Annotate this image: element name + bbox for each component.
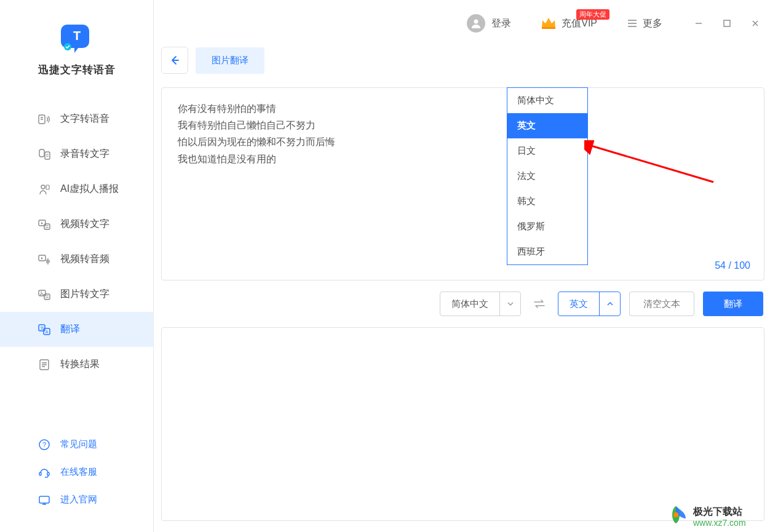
more-label: 更多 (643, 17, 662, 30)
logo-block: T 迅捷文字转语音 (0, 20, 153, 77)
sidebar-footer: ? 常见问题 在线客服 进入官网 (0, 431, 153, 532)
app-logo-icon: T (60, 20, 94, 54)
footer-item-label: 常见问题 (60, 439, 97, 450)
target-language-select[interactable]: 英文 (558, 292, 621, 316)
sidebar-item-label: 文字转语音 (60, 113, 109, 125)
char-count: 54 / 100 (715, 260, 750, 271)
controls-row: 简体中文 英文 清空文本 翻译 (161, 292, 764, 316)
target-language-label: 英文 (558, 298, 599, 310)
tab-image-translate[interactable]: 图片翻译 (196, 47, 264, 74)
svg-rect-25 (724, 20, 730, 26)
tabbar: 图片翻译 (154, 47, 778, 74)
chevron-down-icon (499, 292, 520, 316)
sidebar-item-label: AI虚拟人播报 (60, 183, 119, 196)
sidebar-item-results[interactable]: 转换结果 (0, 347, 153, 382)
sidebar: T 迅捷文字转语音 文字转语音 录音转文字 AI虚拟人播报 视频转文字 视频转音… (0, 0, 154, 532)
output-panel (161, 327, 764, 521)
watermark-url: www.xz7.com (693, 518, 746, 528)
svg-text:A: A (46, 330, 49, 334)
svg-rect-20 (39, 472, 41, 475)
video-to-audio-icon (38, 253, 50, 266)
main: 登录 充值VIP 周年大促 更多 图片翻译 你有没有特别怕的事情 我有特别怕自己… (154, 0, 778, 532)
ai-avatar-icon (38, 183, 50, 196)
dropdown-option[interactable]: 英文 (507, 113, 587, 138)
char-max: 100 (734, 260, 750, 271)
footer-item-label: 在线客服 (60, 466, 97, 478)
image-to-text-icon (38, 288, 50, 301)
sidebar-item-video-to-audio[interactable]: 视频转音频 (0, 242, 153, 277)
source-language-select[interactable]: 简体中文 (440, 292, 521, 316)
sidebar-item-video-to-text[interactable]: 视频转文字 (0, 207, 153, 242)
sidebar-item-ai-avatar[interactable]: AI虚拟人播报 (0, 172, 153, 207)
login-button[interactable]: 登录 (456, 14, 522, 33)
watermark-brand: 极光下载站 (693, 506, 742, 517)
footer-item-website[interactable]: 进入官网 (0, 486, 153, 514)
dropdown-option[interactable]: 韩文 (507, 189, 587, 214)
vip-promo-badge: 周年大促 (576, 9, 609, 20)
sidebar-item-label: 视频转文字 (60, 218, 109, 231)
clear-button[interactable]: 清空文本 (629, 292, 694, 316)
sidebar-item-label: 视频转音频 (60, 253, 109, 266)
tab-label: 图片翻译 (212, 55, 248, 65)
svg-rect-4 (45, 152, 50, 159)
source-language-label: 简体中文 (440, 298, 499, 310)
svg-point-23 (474, 20, 478, 24)
svg-point-11 (41, 292, 42, 293)
text-to-speech-icon (38, 113, 50, 125)
footer-item-faq[interactable]: ? 常见问题 (0, 431, 153, 458)
faq-icon: ? (38, 439, 50, 451)
svg-rect-22 (39, 496, 49, 503)
sidebar-item-translate[interactable]: 文A 翻译 (0, 312, 153, 347)
audio-to-text-icon (38, 148, 50, 161)
sidebar-item-label: 录音转文字 (60, 148, 109, 161)
menu-icon (627, 18, 638, 29)
window-controls (685, 9, 769, 38)
avatar-icon (467, 14, 485, 33)
dropdown-option[interactable]: 西班牙 (507, 239, 587, 264)
nav-list: 文字转语音 录音转文字 AI虚拟人播报 视频转文字 视频转音频 图片转文字 文A… (0, 101, 153, 382)
support-icon (38, 466, 50, 478)
sidebar-item-image-to-text[interactable]: 图片转文字 (0, 277, 153, 312)
sidebar-item-audio-to-text[interactable]: 录音转文字 (0, 137, 153, 172)
svg-rect-3 (39, 149, 44, 157)
sidebar-item-label: 翻译 (60, 323, 80, 336)
video-to-text-icon (38, 218, 50, 231)
input-textarea[interactable]: 你有没有特别怕的事情 我有特别怕自己懒怕自己不努力 怕以后因为现在的懒和不努力而… (162, 88, 764, 180)
footer-item-label: 进入官网 (60, 494, 97, 506)
svg-point-27 (673, 512, 678, 517)
footer-item-support[interactable]: 在线客服 (0, 458, 153, 486)
language-dropdown: 简体中文 英文 日文 法文 韩文 俄罗斯 西班牙 (507, 87, 588, 265)
sidebar-item-label: 图片转文字 (60, 288, 109, 301)
translate-button[interactable]: 翻译 (703, 292, 763, 316)
login-label: 登录 (491, 17, 511, 30)
svg-text:?: ? (42, 441, 46, 448)
website-icon (38, 494, 50, 506)
sidebar-item-text-to-speech[interactable]: 文字转语音 (0, 101, 153, 137)
vip-button[interactable]: 充值VIP 周年大促 (530, 17, 608, 30)
back-arrow-icon (169, 54, 181, 66)
chevron-up-icon (599, 292, 620, 316)
watermark: 极光下载站 www.xz7.com (666, 502, 777, 531)
svg-text:T: T (73, 29, 80, 42)
sidebar-item-label: 转换结果 (60, 358, 100, 371)
close-button[interactable] (741, 9, 769, 38)
swap-languages-button[interactable] (532, 296, 547, 311)
dropdown-option[interactable]: 简体中文 (507, 88, 587, 113)
char-current: 54 (715, 260, 726, 271)
input-panel: 你有没有特别怕的事情 我有特别怕自己懒怕自己不努力 怕以后因为现在的懒和不努力而… (161, 87, 764, 280)
svg-point-5 (41, 185, 45, 189)
results-icon (38, 359, 50, 371)
app-title: 迅捷文字转语音 (38, 63, 116, 77)
swap-icon (533, 299, 546, 309)
dropdown-option[interactable]: 日文 (507, 138, 587, 164)
topbar: 登录 充值VIP 周年大促 更多 (154, 0, 778, 47)
svg-rect-21 (47, 472, 49, 475)
minimize-button[interactable] (685, 9, 713, 38)
back-button[interactable] (161, 47, 188, 74)
content: 你有没有特别怕的事情 我有特别怕自己懒怕自己不努力 怕以后因为现在的懒和不努力而… (154, 87, 778, 532)
more-button[interactable]: 更多 (616, 17, 673, 30)
dropdown-option[interactable]: 法文 (507, 164, 587, 189)
svg-rect-24 (542, 27, 555, 29)
dropdown-option[interactable]: 俄罗斯 (507, 214, 587, 239)
maximize-button[interactable] (713, 9, 741, 38)
